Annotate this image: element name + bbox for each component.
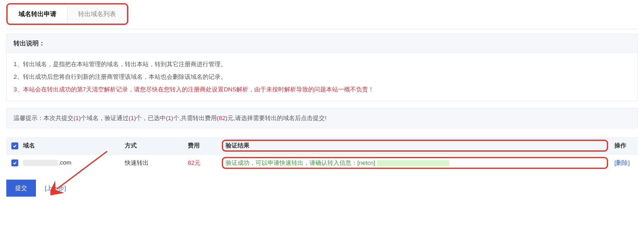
instruction-line-3-warning: 3、本站会在转出成功的第7天清空解析记录，请您尽快在您转入的注册商处设置DNS解…	[14, 83, 630, 96]
th-result: 验证结果	[221, 137, 609, 154]
check-icon	[13, 144, 17, 148]
tabs-underline	[6, 29, 638, 29]
th-fee: 费用	[183, 137, 221, 154]
tip-seg-5: )元,请选择需要转出的域名后点击提交!	[225, 115, 326, 121]
tip-count-selected: 1	[168, 115, 171, 121]
result-highlight-box: 验证结果	[226, 141, 604, 150]
tab-transfer-apply[interactable]: 域名转出申请	[8, 5, 67, 23]
check-icon	[13, 161, 17, 165]
th-action: 操作	[609, 137, 638, 154]
tip-count-submitted: 1	[75, 115, 79, 121]
result-highlight-box-row: 验证成功，可以申请快速转出，请确认转入信息：[netcn]	[226, 159, 604, 167]
th-method: 方式	[120, 137, 183, 154]
cell-result: 验证成功，可以申请快速转出，请确认转入信息：[netcn]	[221, 154, 609, 171]
verify-result-text: 验证成功，可以申请快速转出，请确认转入信息：[netcn]	[226, 159, 377, 166]
summary-tip: 温馨提示：本次共提交(1)个域名，验证通过(1)个，已选中(1)个,共需转出费用…	[6, 108, 638, 128]
domain-suffix: .com	[58, 159, 71, 166]
cell-fee: 82元	[183, 154, 221, 171]
cell-action: [删除]	[609, 154, 638, 171]
tabs: 域名转出申请 转出域名列表	[8, 4, 127, 24]
back-link[interactable]: [上一步]	[45, 184, 66, 192]
row-checkbox[interactable]	[11, 159, 18, 166]
cell-method: 快速转出	[120, 154, 183, 171]
tip-seg-3: )个，已选中(	[134, 115, 168, 121]
instructions-title: 转出说明：	[7, 34, 637, 53]
instructions-panel: 转出说明： 1、转出域名，是指把在本站管理的域名，转出本站，转到其它注册商进行管…	[6, 34, 638, 101]
select-all-checkbox[interactable]	[11, 142, 18, 149]
instruction-line-1: 1、转出域名，是指把在本站管理的域名，转出本站，转到其它注册商进行管理。	[14, 58, 630, 71]
delete-link[interactable]: [删除]	[614, 159, 630, 166]
tab-transfer-list[interactable]: 转出域名列表	[67, 5, 127, 23]
domain-table-wrap: 域名 方式 费用 验证结果 操作 .com	[6, 137, 638, 171]
cell-domain: .com	[6, 154, 120, 171]
domain-masked-part	[23, 160, 58, 166]
submit-button[interactable]: 提交	[6, 180, 36, 197]
tip-seg-2: )个域名，验证通过(	[79, 115, 131, 121]
th-domain: 域名	[6, 137, 120, 154]
th-domain-label: 域名	[23, 142, 35, 149]
tip-seg-4: )个,共需转出费用(	[171, 115, 219, 121]
table-row: .com 快速转出 82元 验证成功，可以申请快速转出，请确认转入信息：[net…	[6, 154, 638, 171]
instructions-body: 1、转出域名，是指把在本站管理的域名，转出本站，转到其它注册商进行管理。 2、转…	[7, 53, 637, 101]
tip-fee-total: 82	[219, 115, 225, 121]
domain-table: 域名 方式 费用 验证结果 操作 .com	[6, 137, 638, 171]
tip-count-verified: 1	[131, 115, 134, 121]
tip-seg-1: 温馨提示：本次共提交(	[14, 115, 75, 121]
th-result-label: 验证结果	[226, 142, 250, 149]
tabs-highlight-box: 域名转出申请 转出域名列表	[6, 3, 128, 25]
verify-result-masked	[377, 160, 449, 166]
instruction-line-2: 2、转出成功后您将自行到新的注册商管理该域名，本站也会删除该域名的记录。	[14, 71, 630, 83]
footer-actions: 提交 [上一步]	[6, 180, 638, 197]
